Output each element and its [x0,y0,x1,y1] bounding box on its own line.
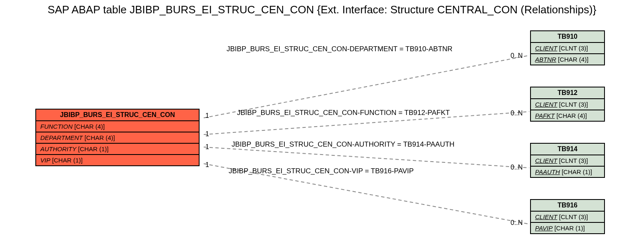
entity-main-header: JBIBP_BURS_EI_STRUC_CEN_CON [36,110,199,121]
rel-label-1: JBIBP_BURS_EI_STRUC_CEN_CON-FUNCTION = T… [237,109,450,117]
card-left-1: 1 [205,130,209,138]
entity-tb912-field-1: PAFKT [CHAR (4)] [531,110,604,121]
entity-tb914-field-1: PAAUTH [CHAR (1)] [531,167,604,177]
entity-tb916-header: TB916 [531,200,604,212]
rel-line-tb914 [204,147,529,168]
card-left-0: 1 [205,112,209,120]
entity-tb912: TB912 CLIENT [CLNT (3)] PAFKT [CHAR (4)] [530,87,605,122]
entity-tb916-field-0: CLIENT [CLNT (3)] [531,212,604,223]
rel-label-2: JBIBP_BURS_EI_STRUC_CEN_CON-AUTHORITY = … [232,140,454,149]
rel-label-0: JBIBP_BURS_EI_STRUC_CEN_CON-DEPARTMENT =… [227,45,452,53]
entity-main-field-3: VIP [CHAR (1)] [36,155,199,165]
card-left-3: 1 [205,161,209,169]
entity-main: JBIBP_BURS_EI_STRUC_CEN_CON FUNCTION [CH… [35,109,200,166]
entity-tb910: TB910 CLIENT [CLNT (3)] ABTNR [CHAR (4)] [530,30,605,65]
rel-label-3: JBIBP_BURS_EI_STRUC_CEN_CON-VIP = TB916-… [229,167,414,175]
entity-tb910-field-1: ABTNR [CHAR (4)] [531,54,604,65]
card-right-3: 0..N [511,219,523,227]
diagram-canvas: JBIBP_BURS_EI_STRUC_CEN_CON FUNCTION [CH… [0,18,644,242]
card-right-1: 0..N [511,110,523,117]
entity-tb916-field-1: PAVIP [CHAR (1)] [531,223,604,233]
entity-tb914: TB914 CLIENT [CLNT (3)] PAAUTH [CHAR (1)… [530,143,605,178]
entity-tb914-header: TB914 [531,144,604,155]
card-left-2: 1 [205,143,209,151]
entity-tb916: TB916 CLIENT [CLNT (3)] PAVIP [CHAR (1)] [530,199,605,234]
page-title: SAP ABAP table JBIBP_BURS_EI_STRUC_CEN_C… [0,0,644,18]
entity-main-field-0: FUNCTION [CHAR (4)] [36,121,199,132]
entity-main-field-1: DEPARTMENT [CHAR (4)] [36,132,199,144]
card-right-0: 0..N [511,52,523,60]
entity-tb912-header: TB912 [531,87,604,99]
entity-tb910-field-0: CLIENT [CLNT (3)] [531,43,604,54]
entity-tb912-field-0: CLIENT [CLNT (3)] [531,99,604,110]
entity-tb910-header: TB910 [531,31,604,43]
entity-tb914-field-0: CLIENT [CLNT (3)] [531,155,604,167]
entity-main-field-2: AUTHORITY [CHAR (1)] [36,144,199,155]
card-right-2: 0..N [511,164,523,171]
